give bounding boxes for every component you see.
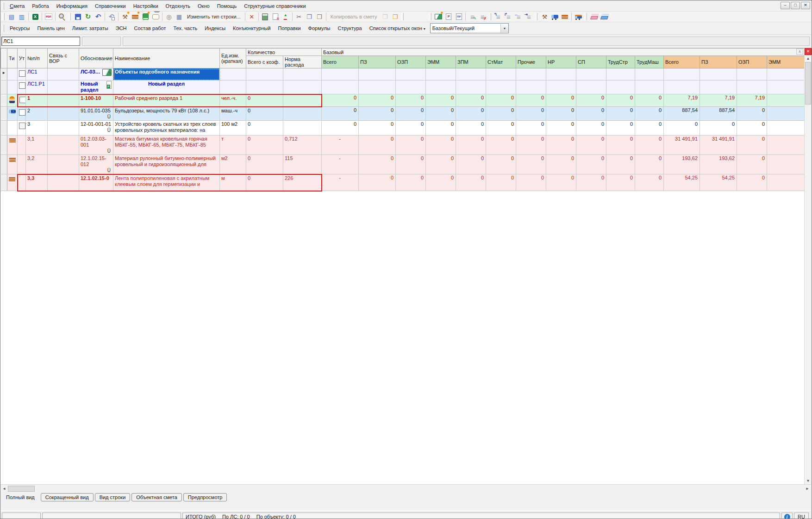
table-row[interactable]: 11-100-10Рабочий среднего разряда 1чел.-…	[1, 94, 806, 107]
cell[interactable]: 0	[635, 94, 664, 107]
cell[interactable]	[1, 107, 7, 121]
panel-tab[interactable]: Ресурсы	[6, 24, 33, 33]
cell[interactable]: 0	[246, 94, 283, 107]
copy-to-estimate-icon[interactable]	[380, 12, 390, 21]
view-tab[interactable]: Вид строки	[95, 493, 131, 501]
language-indicator[interactable]: RU	[794, 513, 809, 519]
cell[interactable]: 0	[635, 154, 664, 174]
cell[interactable]: 0	[576, 107, 606, 121]
pdf-icon[interactable]	[44, 12, 54, 21]
cell[interactable]: 7,19	[664, 94, 700, 107]
column-header[interactable]: ПЗ	[700, 56, 737, 68]
cell[interactable]: 3	[26, 120, 48, 135]
panel-tab[interactable]: Лимит. затраты	[69, 24, 112, 33]
maximize-button[interactable]: □	[791, 2, 800, 9]
cell[interactable]	[283, 80, 322, 94]
row-name-cell[interactable]: Бульдозеры, мощность 79 кВт (108 л.с.)	[113, 107, 220, 121]
column-header[interactable]: ТрудСтр	[606, 56, 635, 68]
column-header[interactable]: №п/п	[26, 49, 48, 68]
cell[interactable]: 3,3	[26, 174, 48, 191]
cut-icon[interactable]	[294, 12, 304, 21]
cell[interactable]: 0	[606, 94, 635, 107]
cell[interactable]	[283, 120, 322, 135]
column-header[interactable]: Всего с коэф.	[246, 56, 283, 68]
cell[interactable]: 0	[322, 120, 359, 135]
cell[interactable]	[1, 174, 7, 191]
cell[interactable]: 193,62	[700, 154, 737, 174]
cell[interactable]	[456, 68, 486, 80]
cell[interactable]	[48, 107, 79, 121]
copy-icon[interactable]	[304, 12, 314, 21]
cell[interactable]	[7, 68, 18, 80]
cell[interactable]: 0	[246, 107, 283, 121]
column-header[interactable]: ЭММ	[426, 56, 456, 68]
row-name-cell[interactable]: Мастика битумная кровельная горячая МБКГ…	[113, 135, 220, 154]
cell[interactable]: 01.2.03.03-001Ü	[79, 135, 113, 154]
panel-tab[interactable]: Поправки	[275, 24, 305, 33]
column-header[interactable]: СтМат	[486, 56, 516, 68]
cell[interactable]	[767, 94, 806, 107]
cell[interactable]	[48, 68, 79, 80]
cell[interactable]	[246, 80, 283, 94]
cell[interactable]: 226	[283, 174, 322, 191]
cell[interactable]	[48, 135, 79, 154]
row-checkbox[interactable]	[19, 109, 25, 116]
cell[interactable]: 0	[516, 94, 546, 107]
cell[interactable]: т	[220, 135, 246, 154]
cell[interactable]	[606, 80, 635, 94]
cell[interactable]: 31 491,91	[700, 135, 737, 154]
panel-tab[interactable]: Индексы	[201, 24, 229, 33]
cell[interactable]	[516, 68, 546, 80]
scroll-right-icon[interactable]: ►	[804, 487, 811, 491]
cell[interactable]	[283, 94, 322, 107]
cell[interactable]	[396, 68, 426, 80]
basis-combobox[interactable]: Базовый/Текущий ▼	[430, 23, 509, 33]
toolbar-grip[interactable]	[535, 13, 537, 20]
table-row[interactable]: ►ЛС1ЛС-03…Объекты подсобного назначения	[1, 68, 806, 80]
scroll-left-icon[interactable]: ◄	[0, 487, 8, 491]
toolbar-grip[interactable]	[401, 13, 404, 20]
refresh-icon[interactable]	[83, 12, 93, 21]
cell[interactable]	[18, 107, 26, 121]
change-row-type-label[interactable]: Изменить тип строки...	[184, 14, 244, 19]
cell[interactable]	[516, 80, 546, 94]
row-checkbox[interactable]	[19, 97, 26, 103]
cell[interactable]: 0	[486, 174, 516, 191]
add-machine-icon[interactable]	[140, 12, 150, 21]
menu-item[interactable]: Справочники	[91, 2, 130, 10]
page-p-icon[interactable]	[443, 12, 454, 21]
cell[interactable]: 0	[426, 174, 456, 191]
cell[interactable]	[283, 107, 322, 121]
table-row[interactable]: 3,212.1.02.15-012ÜМатериал рулонный биту…	[1, 154, 806, 174]
level-right-icon[interactable]	[524, 12, 534, 21]
cell[interactable]	[7, 94, 18, 107]
cell[interactable]: 0	[737, 120, 767, 135]
cell[interactable]	[546, 68, 576, 80]
column-header[interactable]: ЗПМ	[456, 56, 486, 68]
toolbar-grip[interactable]	[489, 13, 491, 20]
row-checkbox[interactable]	[19, 70, 25, 77]
cell[interactable]	[576, 80, 606, 94]
minimize-button[interactable]: –	[781, 2, 790, 9]
delete-list-icon[interactable]	[477, 12, 487, 21]
cell[interactable]: 0	[664, 120, 700, 135]
column-group-header[interactable]: Базовый	[322, 49, 806, 56]
cell[interactable]: маш.-ч	[220, 107, 246, 121]
column-header[interactable]: ТрудМаш	[635, 56, 664, 68]
cell[interactable]	[48, 154, 79, 174]
vertical-scroll-thumb[interactable]	[805, 62, 811, 105]
toolbar-grip[interactable]	[429, 13, 431, 20]
price-base-icon[interactable]	[589, 12, 599, 21]
delivery-icon[interactable]	[573, 12, 583, 21]
cell[interactable]: 0	[426, 107, 456, 121]
cell[interactable]: 91.01.01-035Ü	[79, 107, 113, 121]
cell[interactable]	[546, 80, 576, 94]
cell[interactable]: 0	[546, 154, 576, 174]
column-header[interactable]: СП	[576, 56, 606, 68]
cell[interactable]: 0	[322, 94, 359, 107]
cell[interactable]	[767, 68, 806, 80]
cell[interactable]	[7, 120, 18, 135]
cell[interactable]: 12-01-001-01Ü	[79, 120, 113, 135]
column-header[interactable]: Всего	[322, 56, 359, 68]
cell[interactable]: 0	[635, 107, 664, 121]
